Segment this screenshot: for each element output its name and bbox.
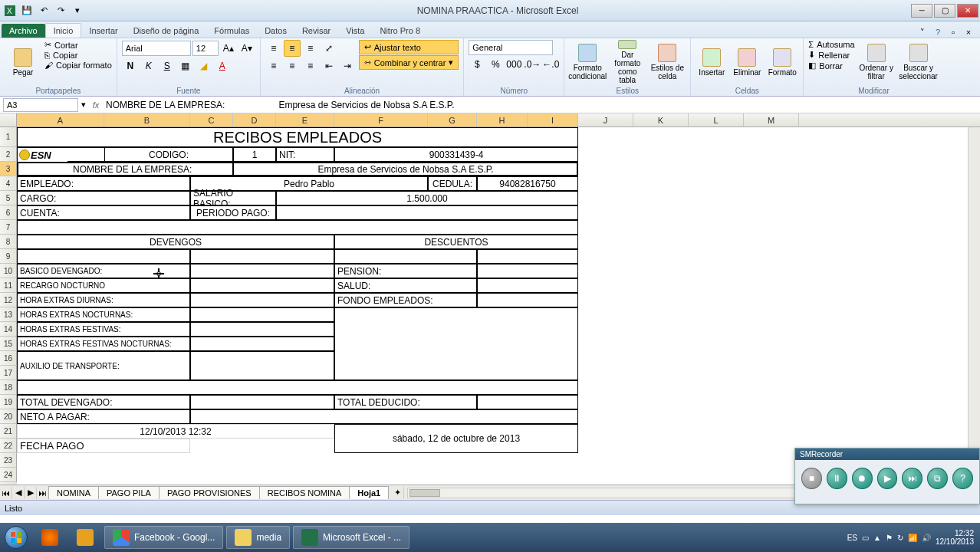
row-header-10[interactable]: 10 (0, 264, 17, 278)
percent-icon[interactable]: % (487, 56, 504, 73)
worksheet-grid[interactable]: 123456789101112131415161718192021222324 … (0, 127, 980, 485)
format-cells-button[interactable]: Formato (766, 40, 798, 84)
taskbar-app2[interactable] (69, 526, 101, 549)
start-button[interactable] (0, 523, 32, 552)
tab-vista[interactable]: Vista (338, 24, 372, 38)
insert-cells-button[interactable]: Insertar (696, 40, 728, 84)
delete-cells-button[interactable]: Eliminar (731, 40, 763, 84)
minimize-ribbon-icon[interactable]: ˅ (917, 27, 928, 38)
underline-button[interactable]: S (159, 58, 176, 74)
col-header-C[interactable]: C (190, 113, 233, 127)
col-header-J[interactable]: J (578, 113, 633, 127)
sheet-first-icon[interactable]: ⏮ (0, 487, 12, 499)
rec-stop-icon[interactable]: ■ (801, 468, 822, 489)
italic-button[interactable]: K (140, 58, 157, 74)
grow-font-icon[interactable]: A▴ (220, 40, 237, 57)
col-header-B[interactable]: B (104, 113, 190, 127)
name-box[interactable] (3, 98, 78, 112)
taskbar-excel[interactable]: Microsoft Excel - ... (293, 526, 409, 549)
cell-total-dev-val[interactable] (190, 395, 334, 409)
fx-icon[interactable]: fx (89, 100, 103, 110)
cell-fecha-pago-label[interactable]: FECHA PAGO (17, 439, 190, 453)
align-middle-icon[interactable]: ≡ (284, 40, 301, 57)
tray-network-icon[interactable]: 📶 (908, 534, 917, 542)
cell-auxilio-val[interactable] (190, 351, 334, 380)
align-center-icon[interactable]: ≡ (284, 58, 301, 74)
row-header-7[interactable]: 7 (0, 220, 17, 235)
fill-button[interactable]: ⬇Rellenar (808, 50, 854, 60)
col-header-L[interactable]: L (689, 113, 744, 127)
sheet-tab-hoja1[interactable]: Hoja1 (349, 486, 389, 499)
cell-dev-val-14[interactable] (190, 322, 334, 337)
format-table-button[interactable]: Dar formato como tabla (609, 40, 646, 84)
align-bottom-icon[interactable]: ≡ (302, 40, 319, 57)
cell-salario-value[interactable]: 1.500.000 (276, 191, 578, 205)
align-left-icon[interactable]: ≡ (265, 58, 282, 74)
bold-button[interactable]: N (122, 58, 139, 74)
col-header-K[interactable]: K (633, 113, 689, 127)
cell-fondo-val[interactable] (477, 293, 578, 307)
undo-icon[interactable]: ↶ (37, 4, 51, 18)
smrecorder-window[interactable]: SMRecorder ■ ⏸ ⏺ ▶ ⏭ ⧉ ? (794, 448, 980, 504)
cell-9c[interactable] (334, 249, 477, 264)
increase-decimal-icon[interactable]: .0→ (524, 56, 541, 73)
sheet-tab-pagoprov[interactable]: PAGO PROVISIONES (159, 486, 260, 499)
cell-dev-11[interactable]: RECARGO NOCTURNO (17, 278, 190, 293)
cell-total-dev-label[interactable]: TOTAL DEVENGADO: (17, 395, 190, 409)
formula-input[interactable] (103, 98, 980, 112)
window-close-icon[interactable]: × (963, 27, 974, 38)
row-header-19[interactable]: 19 (0, 395, 17, 409)
cell-pension-val[interactable] (477, 264, 578, 278)
redo-icon[interactable]: ↷ (54, 4, 67, 18)
align-top-icon[interactable]: ≡ (265, 40, 282, 57)
indent-decrease-icon[interactable]: ⇤ (321, 58, 337, 74)
row-header-24[interactable]: 24 (0, 468, 17, 482)
qat-customize-icon[interactable]: ▾ (71, 4, 84, 18)
tab-inicio[interactable]: Inicio (45, 23, 82, 38)
cell-empresa-value[interactable]: Empresa de Servicios de Nobsa S.A E.S.P. (233, 162, 578, 176)
dropdown-icon[interactable]: ▾ (78, 100, 89, 110)
row-header-4[interactable]: 4 (0, 176, 17, 191)
tab-formulas[interactable]: Fórmulas (206, 24, 257, 38)
cell-9b[interactable] (190, 249, 334, 264)
cell-blank-18[interactable] (17, 380, 578, 395)
cell-dev-14[interactable]: HORAS EXTRAS FESTIVAS: (17, 322, 190, 337)
cell-codigo-label[interactable]: CODIGO: (104, 147, 233, 162)
cell-salud-val[interactable] (477, 278, 578, 293)
row-header-22[interactable]: 22 (0, 439, 17, 453)
tray-action-icon[interactable]: ⚑ (886, 534, 893, 542)
row-header-1[interactable]: 1 (0, 127, 17, 147)
row-header-21[interactable]: 21 (0, 424, 17, 439)
cell-cargo-label[interactable]: CARGO: (17, 191, 190, 205)
cell-neto-val[interactable] (190, 409, 578, 424)
help-icon[interactable]: ? (932, 27, 943, 38)
tab-file[interactable]: Archivo (2, 24, 45, 38)
cell-salario-label[interactable]: SALARIO BASICO: (190, 191, 276, 205)
cell-salud-label[interactable]: SALUD: (334, 278, 477, 293)
close-button[interactable]: ✕ (957, 4, 978, 18)
cell-dev-val-11[interactable] (190, 278, 334, 293)
cell-descuentos-header[interactable]: DESCUENTOS (334, 235, 578, 249)
cell-desc-blank[interactable] (334, 307, 578, 380)
sort-filter-button[interactable]: Ordenar y filtrar (858, 40, 895, 84)
cells-area[interactable]: RECIBOS EMPLEADOSCODIGO:1NIT:900331439-4… (17, 127, 968, 485)
tray-flag-icon[interactable]: ▭ (862, 534, 869, 542)
number-format-select[interactable] (469, 40, 553, 55)
font-color-button[interactable]: A (214, 58, 231, 74)
minimize-button[interactable]: ─ (911, 4, 932, 18)
cell-dev-val-13[interactable] (190, 307, 334, 322)
col-header-A[interactable]: A (17, 113, 104, 127)
cell-dev-val-12[interactable] (190, 293, 334, 307)
conditional-format-button[interactable]: Formato condicional (569, 40, 606, 84)
cell-periodo-label[interactable]: PERIODO PAGO: (190, 205, 276, 220)
font-name-select[interactable] (122, 41, 191, 56)
tray-up-icon[interactable]: ▲ (873, 534, 881, 542)
sheet-tab-recibos[interactable]: RECIBOS NOMINA (259, 486, 350, 499)
row-header-18[interactable]: 18 (0, 380, 17, 395)
col-header-G[interactable]: G (428, 113, 477, 127)
sheet-tab-nomina[interactable]: NOMINA (48, 486, 99, 499)
cell-total-ded-label[interactable]: TOTAL DEDUCIDO: (334, 395, 477, 409)
vertical-scrollbar[interactable] (968, 127, 980, 485)
cell-cedula-value[interactable]: 94082816750 (477, 176, 578, 191)
row-header-2[interactable]: 2 (0, 147, 17, 162)
